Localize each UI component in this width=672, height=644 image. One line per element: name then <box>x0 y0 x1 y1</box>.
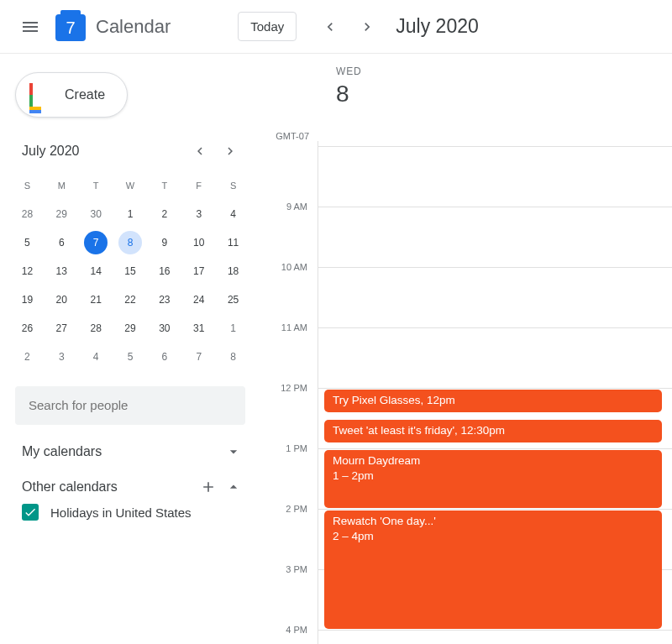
mini-day[interactable]: 7 <box>79 228 113 257</box>
hour-label: 12 PM <box>260 383 312 393</box>
chevron-right-icon <box>223 144 238 159</box>
sidebar: Create July 2020 SMTWTFS2829301234567891… <box>0 54 260 644</box>
mini-day[interactable]: 29 <box>113 314 148 343</box>
mini-dow: M <box>45 171 79 200</box>
main-area: Create July 2020 SMTWTFS2829301234567891… <box>0 54 672 644</box>
mini-day[interactable]: 28 <box>10 200 45 228</box>
mini-day[interactable]: 31 <box>181 314 216 343</box>
calendar-event[interactable]: Try Pixel Glasses, 12pm <box>324 390 662 412</box>
time-grid[interactable]: 9 AM10 AM11 AM12 PM1 PM2 PM3 PM4 PM5 PMT… <box>260 146 672 644</box>
search-people-input[interactable] <box>29 398 232 412</box>
hour-gridline <box>318 146 672 147</box>
mini-day[interactable]: 2 <box>147 200 181 228</box>
mini-dow: W <box>113 171 148 200</box>
mini-day[interactable]: 8 <box>113 228 148 257</box>
prev-period-button[interactable] <box>317 13 344 40</box>
mini-day[interactable]: 29 <box>45 200 79 228</box>
hour-gridline <box>318 388 672 389</box>
hour-label: 4 PM <box>260 625 312 635</box>
mini-day[interactable]: 2 <box>10 343 45 371</box>
mini-dow: S <box>10 171 45 200</box>
main-menu-button[interactable] <box>10 7 50 47</box>
check-icon <box>24 505 37 519</box>
app-title: Calendar <box>96 16 171 38</box>
mini-day[interactable]: 4 <box>216 200 250 228</box>
today-button[interactable]: Today <box>238 12 297 41</box>
mini-day[interactable]: 4 <box>79 343 113 371</box>
hamburger-icon <box>20 17 40 37</box>
calendar-event[interactable]: Rewatch 'One day...'2 – 4pm <box>324 510 662 629</box>
add-icon[interactable] <box>200 479 217 495</box>
mini-day[interactable]: 6 <box>45 228 79 257</box>
next-period-button[interactable] <box>354 13 381 40</box>
mini-day[interactable]: 18 <box>216 257 250 285</box>
mini-day[interactable]: 28 <box>79 314 113 343</box>
mini-day[interactable]: 10 <box>181 228 216 257</box>
mini-day[interactable]: 14 <box>79 257 113 285</box>
mini-day[interactable]: 21 <box>79 285 113 314</box>
hour-label: 2 PM <box>260 504 312 514</box>
day-header[interactable]: WED 8 <box>318 65 672 107</box>
mini-day[interactable]: 11 <box>216 228 250 257</box>
mini-day[interactable]: 24 <box>181 285 216 314</box>
mini-day[interactable]: 30 <box>79 200 113 228</box>
mini-day[interactable]: 25 <box>216 285 250 314</box>
mini-day[interactable]: 5 <box>113 343 148 371</box>
calendar-event[interactable]: Tweet 'at least it's friday', 12:30pm <box>324 420 662 442</box>
hour-gridline <box>318 207 672 207</box>
mini-day[interactable]: 3 <box>181 200 216 228</box>
mini-day[interactable]: 13 <box>45 257 79 285</box>
calendar-logo-icon: 7 <box>54 10 87 44</box>
mini-day[interactable]: 7 <box>181 343 216 371</box>
create-label: Create <box>65 87 105 102</box>
date-range-label[interactable]: July 2020 <box>396 15 478 38</box>
mini-day[interactable]: 6 <box>147 343 181 371</box>
date-nav <box>317 13 381 40</box>
hour-label: 3 PM <box>260 564 312 574</box>
mini-day[interactable]: 9 <box>147 228 181 257</box>
mini-calendar[interactable]: SMTWTFS282930123456789101112131415161718… <box>10 171 250 371</box>
other-calendars-label: Other calendars <box>22 479 118 495</box>
search-people-box[interactable] <box>15 386 245 425</box>
mini-day[interactable]: 1 <box>216 314 250 343</box>
calendar-list-item[interactable]: Holidays in United States <box>10 495 250 521</box>
mini-day[interactable]: 26 <box>10 314 45 343</box>
calendar-event[interactable]: Mourn Daydream1 – 2pm <box>324 450 662 508</box>
hour-gridline <box>318 267 672 268</box>
mini-dow: T <box>79 171 113 200</box>
hour-label: 10 AM <box>260 262 312 272</box>
mini-day[interactable]: 19 <box>10 285 45 314</box>
chevron-left-icon <box>192 144 207 159</box>
my-calendars-section[interactable]: My calendars <box>10 443 250 460</box>
mini-day[interactable]: 15 <box>113 257 148 285</box>
hour-label: 1 PM <box>260 443 312 453</box>
mini-day[interactable]: 22 <box>113 285 148 314</box>
calendar-checkbox[interactable] <box>22 504 39 521</box>
chevron-down-icon <box>225 443 242 460</box>
mini-day[interactable]: 1 <box>113 200 148 228</box>
mini-day[interactable]: 27 <box>45 314 79 343</box>
other-calendars-section[interactable]: Other calendars <box>10 479 250 495</box>
day-of-week-label: WED <box>336 65 672 77</box>
mini-day[interactable]: 8 <box>216 343 250 371</box>
mini-day[interactable]: 5 <box>10 228 45 257</box>
mini-dow: S <box>216 171 250 200</box>
mini-prev-month-button[interactable] <box>186 138 213 165</box>
mini-day[interactable]: 23 <box>147 285 181 314</box>
mini-next-month-button[interactable] <box>217 138 244 165</box>
mini-day[interactable]: 17 <box>181 257 216 285</box>
hour-label: 9 AM <box>260 202 312 212</box>
mini-day[interactable]: 3 <box>45 343 79 371</box>
mini-day[interactable]: 16 <box>147 257 181 285</box>
mini-day[interactable]: 20 <box>45 285 79 314</box>
hour-gridline <box>318 327 672 328</box>
app-logo[interactable]: 7 Calendar <box>54 10 171 44</box>
hour-label: 11 AM <box>260 322 312 332</box>
create-event-button[interactable]: Create <box>15 72 128 118</box>
mini-day[interactable]: 30 <box>147 314 181 343</box>
hour-gridline <box>318 509 672 510</box>
my-calendars-label: My calendars <box>22 444 102 459</box>
hour-gridline <box>318 630 672 631</box>
mini-day[interactable]: 12 <box>10 257 45 285</box>
chevron-up-icon <box>225 479 242 495</box>
